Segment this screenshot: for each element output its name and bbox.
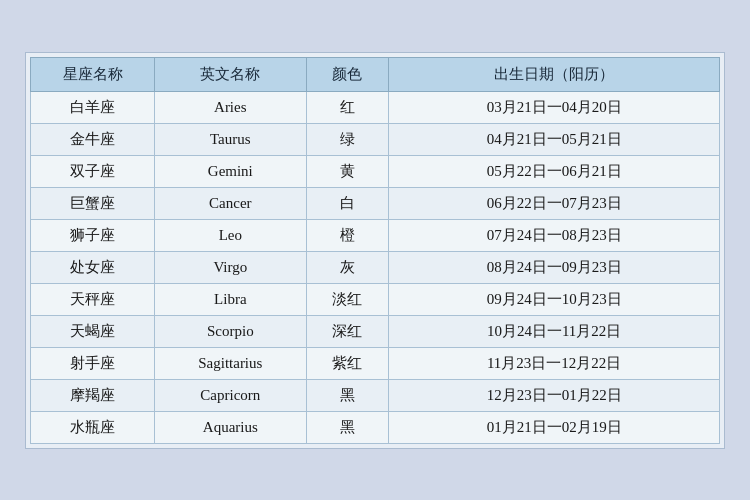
cell-color: 白	[306, 187, 389, 219]
table-row: 巨蟹座Cancer白06月22日一07月23日	[31, 187, 720, 219]
header-color: 颜色	[306, 57, 389, 91]
cell-cn: 天蝎座	[31, 315, 155, 347]
cell-date: 05月22日一06月21日	[389, 155, 720, 187]
table-row: 金牛座Taurus绿04月21日一05月21日	[31, 123, 720, 155]
table-row: 射手座Sagittarius紫红11月23日一12月22日	[31, 347, 720, 379]
zodiac-table-container: 星座名称 英文名称 颜色 出生日期（阳历） 白羊座Aries红03月21日一04…	[25, 52, 725, 449]
cell-date: 03月21日一04月20日	[389, 91, 720, 123]
cell-date: 06月22日一07月23日	[389, 187, 720, 219]
header-en: 英文名称	[155, 57, 307, 91]
cell-color: 淡红	[306, 283, 389, 315]
cell-cn: 水瓶座	[31, 411, 155, 443]
cell-en: Aquarius	[155, 411, 307, 443]
zodiac-table: 星座名称 英文名称 颜色 出生日期（阳历） 白羊座Aries红03月21日一04…	[30, 57, 720, 444]
cell-color: 黑	[306, 411, 389, 443]
cell-color: 红	[306, 91, 389, 123]
cell-color: 绿	[306, 123, 389, 155]
cell-cn: 双子座	[31, 155, 155, 187]
table-row: 水瓶座Aquarius黑01月21日一02月19日	[31, 411, 720, 443]
cell-cn: 金牛座	[31, 123, 155, 155]
cell-date: 11月23日一12月22日	[389, 347, 720, 379]
cell-cn: 射手座	[31, 347, 155, 379]
cell-cn: 白羊座	[31, 91, 155, 123]
cell-en: Taurus	[155, 123, 307, 155]
cell-en: Capricorn	[155, 379, 307, 411]
cell-date: 10月24日一11月22日	[389, 315, 720, 347]
cell-color: 紫红	[306, 347, 389, 379]
cell-en: Scorpio	[155, 315, 307, 347]
cell-cn: 摩羯座	[31, 379, 155, 411]
cell-en: Libra	[155, 283, 307, 315]
cell-en: Sagittarius	[155, 347, 307, 379]
cell-color: 黑	[306, 379, 389, 411]
cell-date: 12月23日一01月22日	[389, 379, 720, 411]
cell-date: 09月24日一10月23日	[389, 283, 720, 315]
table-header-row: 星座名称 英文名称 颜色 出生日期（阳历）	[31, 57, 720, 91]
cell-date: 01月21日一02月19日	[389, 411, 720, 443]
table-row: 双子座Gemini黄05月22日一06月21日	[31, 155, 720, 187]
cell-en: Gemini	[155, 155, 307, 187]
cell-color: 深红	[306, 315, 389, 347]
cell-cn: 巨蟹座	[31, 187, 155, 219]
cell-en: Cancer	[155, 187, 307, 219]
cell-cn: 天秤座	[31, 283, 155, 315]
table-row: 摩羯座Capricorn黑12月23日一01月22日	[31, 379, 720, 411]
cell-color: 灰	[306, 251, 389, 283]
table-row: 狮子座Leo橙07月24日一08月23日	[31, 219, 720, 251]
header-date: 出生日期（阳历）	[389, 57, 720, 91]
header-cn: 星座名称	[31, 57, 155, 91]
cell-en: Virgo	[155, 251, 307, 283]
cell-color: 黄	[306, 155, 389, 187]
cell-color: 橙	[306, 219, 389, 251]
table-row: 处女座Virgo灰08月24日一09月23日	[31, 251, 720, 283]
cell-en: Aries	[155, 91, 307, 123]
cell-date: 04月21日一05月21日	[389, 123, 720, 155]
cell-cn: 狮子座	[31, 219, 155, 251]
table-row: 天蝎座Scorpio深红10月24日一11月22日	[31, 315, 720, 347]
cell-en: Leo	[155, 219, 307, 251]
cell-cn: 处女座	[31, 251, 155, 283]
cell-date: 07月24日一08月23日	[389, 219, 720, 251]
table-row: 白羊座Aries红03月21日一04月20日	[31, 91, 720, 123]
table-row: 天秤座Libra淡红09月24日一10月23日	[31, 283, 720, 315]
cell-date: 08月24日一09月23日	[389, 251, 720, 283]
